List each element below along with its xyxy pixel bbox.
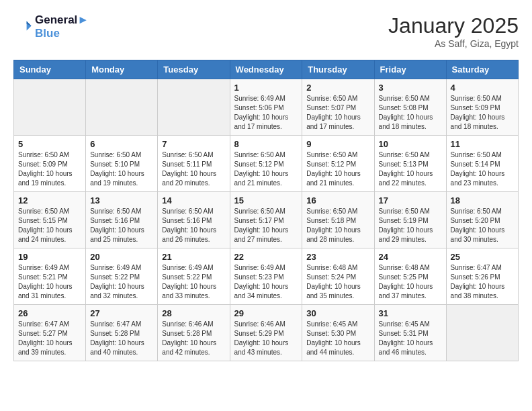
- logo-text: General► Blue: [35, 13, 89, 40]
- day-number: 15: [234, 195, 298, 205]
- weekday-header-friday: Friday: [374, 60, 446, 79]
- day-info: Sunrise: 6:50 AM Sunset: 5:09 PM Dayligh…: [18, 150, 81, 188]
- calendar-cell: 17Sunrise: 6:50 AM Sunset: 5:19 PM Dayli…: [374, 192, 446, 248]
- day-info: Sunrise: 6:50 AM Sunset: 5:08 PM Dayligh…: [379, 94, 442, 132]
- calendar-cell: 30Sunrise: 6:45 AM Sunset: 5:30 PM Dayli…: [302, 305, 374, 361]
- day-info: Sunrise: 6:46 AM Sunset: 5:29 PM Dayligh…: [234, 320, 298, 357]
- calendar-cell: 14Sunrise: 6:50 AM Sunset: 5:16 PM Dayli…: [158, 192, 230, 248]
- calendar-cell: 15Sunrise: 6:50 AM Sunset: 5:17 PM Dayli…: [230, 192, 302, 248]
- day-info: Sunrise: 6:50 AM Sunset: 5:16 PM Dayligh…: [162, 207, 225, 244]
- calendar-week-5: 26Sunrise: 6:47 AM Sunset: 5:27 PM Dayli…: [14, 305, 519, 361]
- day-number: 11: [451, 139, 514, 149]
- calendar-cell: 11Sunrise: 6:50 AM Sunset: 5:14 PM Dayli…: [446, 136, 518, 192]
- calendar-table: SundayMondayTuesdayWednesdayThursdayFrid…: [13, 60, 519, 361]
- day-number: 26: [18, 308, 81, 318]
- weekday-header-wednesday: Wednesday: [230, 60, 302, 79]
- day-number: 4: [451, 83, 514, 93]
- day-number: 20: [90, 252, 153, 262]
- calendar-cell: 8Sunrise: 6:50 AM Sunset: 5:12 PM Daylig…: [230, 136, 302, 192]
- day-number: 7: [162, 139, 225, 149]
- day-number: 24: [379, 252, 442, 262]
- day-number: 28: [162, 308, 225, 318]
- weekday-header-thursday: Thursday: [302, 60, 374, 79]
- day-number: 27: [90, 308, 153, 318]
- day-number: 22: [234, 252, 298, 262]
- calendar-cell: 25Sunrise: 6:47 AM Sunset: 5:26 PM Dayli…: [446, 248, 518, 305]
- calendar-week-2: 5Sunrise: 6:50 AM Sunset: 5:09 PM Daylig…: [14, 136, 519, 192]
- calendar-cell: 5Sunrise: 6:50 AM Sunset: 5:09 PM Daylig…: [14, 136, 86, 192]
- day-number: 19: [18, 252, 81, 262]
- day-info: Sunrise: 6:50 AM Sunset: 5:11 PM Dayligh…: [162, 150, 225, 188]
- weekday-header-saturday: Saturday: [446, 60, 518, 79]
- calendar-cell: 22Sunrise: 6:49 AM Sunset: 5:23 PM Dayli…: [230, 248, 302, 305]
- calendar-cell: [14, 79, 86, 136]
- day-number: 10: [379, 139, 442, 149]
- day-info: Sunrise: 6:48 AM Sunset: 5:24 PM Dayligh…: [306, 263, 369, 301]
- calendar-cell: 9Sunrise: 6:50 AM Sunset: 5:12 PM Daylig…: [302, 136, 374, 192]
- day-info: Sunrise: 6:50 AM Sunset: 5:14 PM Dayligh…: [451, 150, 514, 188]
- calendar-cell: 1Sunrise: 6:49 AM Sunset: 5:06 PM Daylig…: [230, 79, 302, 136]
- calendar-cell: 26Sunrise: 6:47 AM Sunset: 5:27 PM Dayli…: [14, 305, 86, 361]
- day-number: 29: [234, 308, 298, 318]
- day-info: Sunrise: 6:50 AM Sunset: 5:12 PM Dayligh…: [306, 150, 369, 188]
- day-info: Sunrise: 6:45 AM Sunset: 5:31 PM Dayligh…: [379, 320, 442, 357]
- day-info: Sunrise: 6:50 AM Sunset: 5:20 PM Dayligh…: [451, 207, 514, 244]
- day-number: 30: [306, 308, 369, 318]
- calendar-cell: 21Sunrise: 6:49 AM Sunset: 5:22 PM Dayli…: [158, 248, 230, 305]
- weekday-header-tuesday: Tuesday: [158, 60, 230, 79]
- day-info: Sunrise: 6:49 AM Sunset: 5:06 PM Dayligh…: [234, 94, 298, 132]
- location: As Saff, Giza, Egypt: [388, 38, 519, 49]
- day-info: Sunrise: 6:50 AM Sunset: 5:10 PM Dayligh…: [90, 150, 153, 188]
- day-info: Sunrise: 6:47 AM Sunset: 5:27 PM Dayligh…: [18, 320, 81, 357]
- day-info: Sunrise: 6:50 AM Sunset: 5:07 PM Dayligh…: [306, 94, 369, 132]
- day-number: 25: [451, 252, 514, 262]
- calendar-cell: 20Sunrise: 6:49 AM Sunset: 5:22 PM Dayli…: [86, 248, 158, 305]
- calendar-cell: 27Sunrise: 6:47 AM Sunset: 5:28 PM Dayli…: [86, 305, 158, 361]
- day-info: Sunrise: 6:50 AM Sunset: 5:12 PM Dayligh…: [234, 150, 298, 188]
- day-number: 2: [306, 83, 369, 93]
- calendar-week-3: 12Sunrise: 6:50 AM Sunset: 5:15 PM Dayli…: [14, 192, 519, 248]
- day-info: Sunrise: 6:50 AM Sunset: 5:15 PM Dayligh…: [18, 207, 81, 244]
- calendar-cell: [446, 305, 518, 361]
- calendar-cell: 13Sunrise: 6:50 AM Sunset: 5:16 PM Dayli…: [86, 192, 158, 248]
- day-number: 31: [379, 308, 442, 318]
- day-info: Sunrise: 6:50 AM Sunset: 5:18 PM Dayligh…: [306, 207, 369, 244]
- calendar-cell: 19Sunrise: 6:49 AM Sunset: 5:21 PM Dayli…: [14, 248, 86, 305]
- calendar-week-1: 1Sunrise: 6:49 AM Sunset: 5:06 PM Daylig…: [14, 79, 519, 136]
- day-number: 3: [379, 83, 442, 93]
- logo: General► Blue: [13, 13, 89, 40]
- day-number: 12: [18, 195, 81, 205]
- calendar-cell: 28Sunrise: 6:46 AM Sunset: 5:28 PM Dayli…: [158, 305, 230, 361]
- calendar-cell: 18Sunrise: 6:50 AM Sunset: 5:20 PM Dayli…: [446, 192, 518, 248]
- day-info: Sunrise: 6:45 AM Sunset: 5:30 PM Dayligh…: [306, 320, 369, 357]
- title-block: January 2025 As Saff, Giza, Egypt: [388, 13, 519, 49]
- day-info: Sunrise: 6:50 AM Sunset: 5:17 PM Dayligh…: [234, 207, 298, 244]
- calendar-cell: 12Sunrise: 6:50 AM Sunset: 5:15 PM Dayli…: [14, 192, 86, 248]
- day-number: 18: [451, 195, 514, 205]
- day-number: 23: [306, 252, 369, 262]
- day-number: 1: [234, 83, 298, 93]
- calendar-cell: 16Sunrise: 6:50 AM Sunset: 5:18 PM Dayli…: [302, 192, 374, 248]
- day-info: Sunrise: 6:47 AM Sunset: 5:28 PM Dayligh…: [90, 320, 153, 357]
- day-number: 14: [162, 195, 225, 205]
- month-title: January 2025: [388, 13, 519, 38]
- calendar-cell: 6Sunrise: 6:50 AM Sunset: 5:10 PM Daylig…: [86, 136, 158, 192]
- calendar-cell: 10Sunrise: 6:50 AM Sunset: 5:13 PM Dayli…: [374, 136, 446, 192]
- day-info: Sunrise: 6:50 AM Sunset: 5:13 PM Dayligh…: [379, 150, 442, 188]
- calendar-cell: [158, 79, 230, 136]
- calendar-cell: 3Sunrise: 6:50 AM Sunset: 5:08 PM Daylig…: [374, 79, 446, 136]
- calendar-cell: 31Sunrise: 6:45 AM Sunset: 5:31 PM Dayli…: [374, 305, 446, 361]
- day-number: 6: [90, 139, 153, 149]
- day-info: Sunrise: 6:47 AM Sunset: 5:26 PM Dayligh…: [451, 263, 514, 301]
- calendar-cell: 2Sunrise: 6:50 AM Sunset: 5:07 PM Daylig…: [302, 79, 374, 136]
- weekday-header-sunday: Sunday: [14, 60, 86, 79]
- day-number: 9: [306, 139, 369, 149]
- day-number: 8: [234, 139, 298, 149]
- calendar-cell: 29Sunrise: 6:46 AM Sunset: 5:29 PM Dayli…: [230, 305, 302, 361]
- day-info: Sunrise: 6:49 AM Sunset: 5:22 PM Dayligh…: [90, 263, 153, 301]
- day-info: Sunrise: 6:50 AM Sunset: 5:19 PM Dayligh…: [379, 207, 442, 244]
- calendar-week-4: 19Sunrise: 6:49 AM Sunset: 5:21 PM Dayli…: [14, 248, 519, 305]
- day-number: 5: [18, 139, 81, 149]
- calendar-cell: [86, 79, 158, 136]
- logo-icon: [13, 17, 32, 36]
